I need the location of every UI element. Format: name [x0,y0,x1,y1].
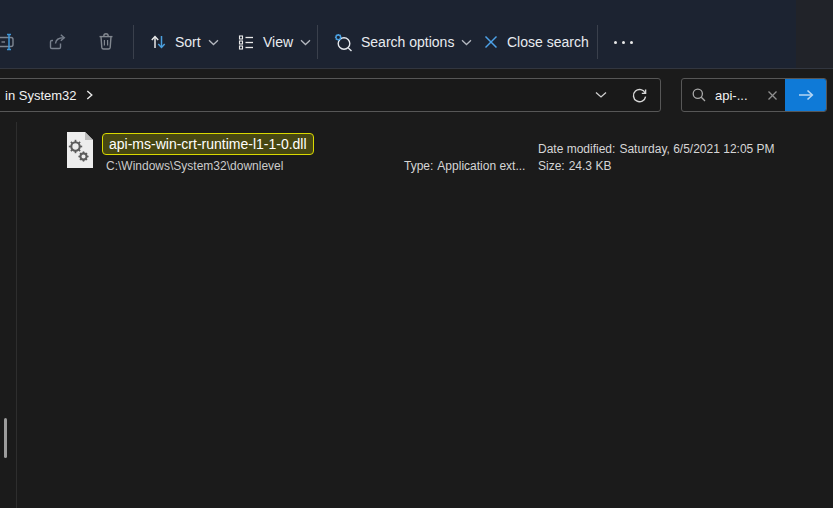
search-options-button[interactable]: Search options [332,26,472,58]
view-button[interactable]: View [236,26,311,58]
share-icon [47,31,69,53]
type-value: Application ext... [437,159,525,173]
refresh-button[interactable] [626,81,652,109]
search-box [681,78,827,112]
breadcrumb[interactable]: in System32 [5,88,93,103]
search-options-label: Search options [361,34,454,50]
close-search-button[interactable]: Close search [482,26,589,58]
view-icon [236,32,256,52]
file-size: Size:24.3 KB [538,159,611,173]
type-label: Type: [404,159,433,173]
search-icon [691,87,707,103]
left-scrollbar-thumb[interactable] [4,418,7,458]
file-path: C:\Windows\System32\downlevel [106,159,283,173]
date-modified-value: Saturday, 6/5/2021 12:05 PM [619,142,774,156]
sort-label: Sort [175,34,201,50]
chevron-down-icon [208,39,219,46]
toolbar-right-strip [796,0,833,68]
toolbar-divider [317,25,318,59]
file-result-row[interactable]: api-ms-win-crt-runtime-l1-1-0.dll C:\Win… [0,126,833,172]
pane-divider [16,122,17,508]
share-button[interactable] [43,26,73,58]
sort-button[interactable]: Sort [148,26,219,58]
trash-icon [95,31,117,53]
ellipsis-icon [614,41,633,44]
close-search-icon [482,33,500,51]
results-pane: api-ms-win-crt-runtime-l1-1-0.dll C:\Win… [0,122,833,508]
size-label: Size: [538,159,565,173]
toolbar-divider [133,25,134,59]
view-label: View [263,34,293,50]
search-options-icon [332,31,354,53]
x-icon [766,89,779,102]
search-go-button[interactable] [785,78,826,112]
address-row: in System32 [0,69,833,122]
sort-icon [148,32,168,52]
arrow-right-icon [797,88,815,102]
file-name-highlight[interactable]: api-ms-win-crt-runtime-l1-1-0.dll [102,133,314,155]
date-modified-label: Date modified: [538,142,615,156]
delete-button[interactable] [91,26,121,58]
toolbar-divider [597,25,598,59]
file-type: Type:Application ext... [404,159,525,173]
search-input[interactable] [715,88,761,103]
dll-file-icon [62,130,98,170]
chevron-down-icon [300,39,311,46]
see-more-button[interactable] [606,26,640,58]
address-dropdown-button[interactable] [588,81,614,109]
rename-icon [0,31,18,53]
breadcrumb-location[interactable]: in System32 [5,88,77,103]
toolbar: Sort View [0,0,833,69]
rename-button[interactable] [0,26,22,58]
clear-search-button[interactable] [761,84,783,106]
file-date-modified: Date modified:Saturday, 6/5/2021 12:05 P… [538,142,775,156]
chevron-down-icon [461,39,472,46]
close-search-label: Close search [507,34,589,50]
refresh-icon [631,87,648,104]
file-name: api-ms-win-crt-runtime-l1-1-0.dll [109,136,307,152]
size-value: 24.3 KB [569,159,612,173]
chevron-right-icon[interactable] [86,90,93,100]
address-bar[interactable]: in System32 [0,78,661,112]
chevron-down-icon [595,91,607,99]
